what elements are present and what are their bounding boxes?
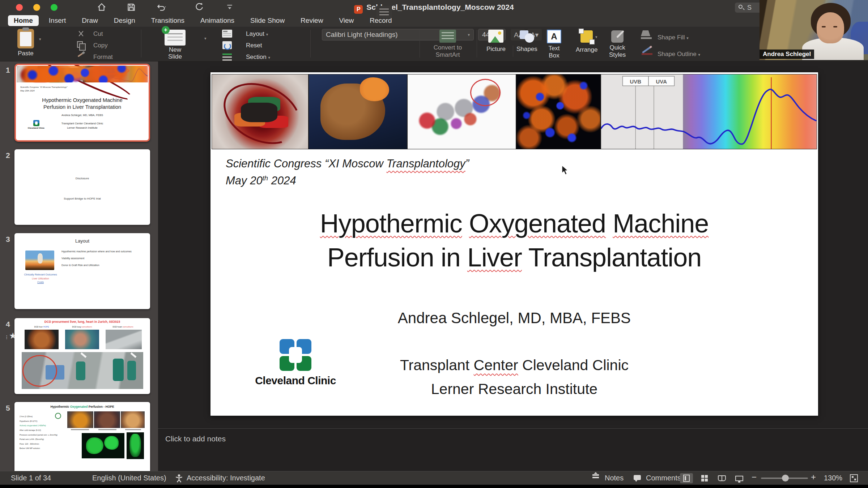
fit-slide-to-window-button[interactable] (850, 474, 858, 482)
congress-text-block[interactable]: Scientific Congress “XI Moscow Transplan… (226, 155, 469, 189)
ribbon-separator (310, 30, 311, 57)
current-slide-canvas[interactable]: UVB UVA Scientific Congress “XI Moscow T… (210, 72, 818, 416)
section-button[interactable] (222, 53, 232, 55)
slide-thumbnail-3[interactable]: Layout Hypothermic machine perfusion whe… (14, 233, 150, 309)
thumb1-author: Andrea Schlegel, MD, MBA, FEBS (16, 114, 149, 117)
cut-label[interactable]: Cut (93, 30, 103, 38)
comments-toggle[interactable]: Comments (646, 474, 681, 482)
tab-design[interactable]: Design (108, 15, 141, 26)
arrange-button[interactable]: Arrange (576, 30, 597, 53)
reading-view-button[interactable] (715, 473, 728, 483)
arrange-caret[interactable]: ▾ (595, 35, 597, 39)
tab-transitions[interactable]: Transitions (145, 15, 190, 26)
zoom-out-button[interactable]: − (752, 472, 757, 482)
tab-review[interactable]: Review (295, 15, 329, 26)
slide-organization[interactable]: Transplant Center Cleveland Clinic Lerne… (210, 354, 818, 401)
slide-author[interactable]: Andrea Schlegel, MD, MBA, FEBS (210, 309, 818, 327)
copy-label[interactable]: Copy (93, 42, 108, 49)
convert-smartart-button[interactable]: Convert toSmartArt (426, 30, 469, 58)
thumb5-caption-bar (98, 429, 116, 430)
convert-label-1: Convert to (434, 44, 462, 51)
section-label[interactable]: Section ▾ (246, 53, 270, 61)
layout-button[interactable] (222, 30, 232, 38)
shape-outline-label[interactable]: Shape Outline ▾ (658, 51, 700, 58)
slide-thumbnail-1[interactable]: Scientific Congress “XI Moscow Transplan… (14, 64, 150, 142)
textbox-label-1: Text (548, 45, 559, 52)
notes-pane[interactable]: Click to add notes (158, 428, 868, 471)
paste-button[interactable]: Paste (17, 29, 34, 57)
mouse-cursor (561, 165, 569, 176)
shape-outline-button[interactable] (642, 49, 652, 55)
shape-fill-icon (641, 30, 650, 36)
quick-styles-label-1: Quick (609, 44, 625, 51)
shape-outline-color-bar (642, 53, 652, 55)
picture-button[interactable]: Picture (486, 30, 506, 53)
tab-slideshow[interactable]: Slide Show (244, 15, 290, 26)
slide-title[interactable]: Hypothermic Oxygenated Machine Perfusion… (210, 207, 818, 274)
slide-thumbnail-5[interactable]: Hypothermic Oxygenated Perfusion - HOPE … (14, 402, 150, 471)
reset-button[interactable] (222, 41, 232, 49)
copy-button[interactable] (77, 41, 83, 48)
new-slide-button[interactable]: + NewSlide (165, 30, 186, 60)
new-slide-caret[interactable]: ▾ (204, 36, 207, 41)
tab-draw[interactable]: Draw (76, 15, 103, 26)
thumb5-image-3 (121, 411, 145, 428)
textbox-label-2: Box (549, 52, 559, 59)
picture-icon (488, 30, 503, 43)
ribbon-separator (477, 30, 477, 57)
text-box-icon: A (547, 30, 561, 43)
notes-placeholder: Click to add notes (165, 435, 226, 443)
accessibility-icon (174, 474, 184, 483)
congress-date: May 20th 2024 (226, 172, 469, 189)
cut-icon (78, 30, 84, 37)
bullets-button[interactable] (376, 6, 392, 18)
slide-sorter-view-button[interactable] (698, 473, 711, 483)
slide-thumbnail-2[interactable]: Disclosure Support Bridge to HOPE trial (14, 149, 150, 225)
normal-view-button[interactable] (680, 473, 693, 483)
shapes-button[interactable]: Shapes (516, 30, 537, 53)
slide-editor-area: UVB UVA Scientific Congress “XI Moscow T… (158, 61, 868, 471)
slide-image-fluorescence-microscopy[interactable] (516, 74, 601, 149)
shapes-label: Shapes (516, 46, 537, 53)
cut-button[interactable] (78, 30, 84, 37)
slide-image-light-spectrum-chart[interactable]: UVB UVA (601, 74, 817, 149)
paste-dropdown-caret[interactable]: ▾ (39, 37, 41, 42)
zoom-percentage[interactable]: 130% (824, 474, 842, 482)
text-box-button[interactable]: A TextBox (547, 30, 561, 59)
slide-counter[interactable]: Slide 1 of 34 (11, 474, 51, 482)
slide-image-liver[interactable] (309, 74, 407, 149)
zoom-slider-knob[interactable] (782, 475, 789, 481)
language-indicator[interactable]: English (United States) (92, 474, 166, 482)
accessibility-status[interactable]: Accessibility: Investigate (187, 474, 265, 482)
notes-toggle-icon (592, 476, 599, 477)
tab-home[interactable]: Home (8, 15, 39, 26)
tab-insert[interactable]: Insert (43, 15, 72, 26)
bullets-icon (379, 9, 389, 15)
notes-toggle[interactable]: Notes (605, 474, 624, 482)
paste-clipboard-icon (17, 29, 34, 48)
slide-image-protein-structure[interactable] (407, 74, 516, 149)
thumb4-image-heart (106, 330, 142, 349)
slide-image-perfusion-machine[interactable] (212, 74, 309, 149)
tab-animations[interactable]: Animations (195, 15, 240, 26)
format-label[interactable]: Format (93, 53, 113, 61)
new-slide-icon: + (165, 30, 186, 46)
layout-label[interactable]: Layout ▾ (246, 30, 268, 38)
slide-thumbnail-4[interactable]: DCD procurment liver, lung, heart in Zur… (14, 318, 150, 394)
format-painter-button[interactable] (77, 54, 83, 56)
reading-view-icon (718, 475, 726, 481)
new-slide-label-2: Slide (168, 53, 182, 60)
quick-styles-button[interactable]: QuickStyles (609, 30, 626, 58)
reset-label[interactable]: Reset (246, 42, 262, 49)
zoom-slider[interactable] (761, 478, 808, 479)
shape-fill-label[interactable]: Shape Fill ▾ (658, 34, 689, 41)
slideshow-view-button[interactable] (733, 473, 746, 483)
thumb1-title: Hypothermic Oxygenated MachinePerfusion … (16, 97, 149, 111)
ribbon: Paste ▾ Cut Copy Format + NewSlide ▾ Lay… (0, 27, 868, 61)
thumb5-image-green-vessels (127, 432, 144, 459)
zoom-in-button[interactable]: + (811, 472, 816, 482)
webcam-overlay: Andrea Schlegel (760, 0, 868, 60)
tab-view[interactable]: View (333, 15, 359, 26)
shape-fill-button[interactable] (641, 30, 652, 39)
thumb-number-3: 3 (6, 235, 10, 244)
